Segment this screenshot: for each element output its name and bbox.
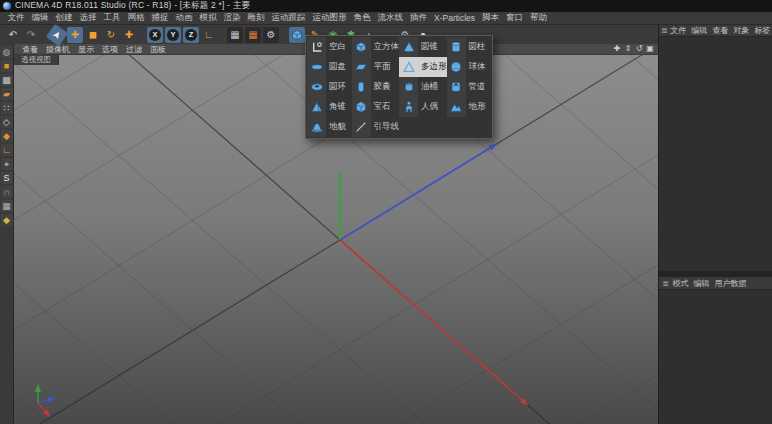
- primitive-item-oil-tank[interactable]: 油桶: [399, 77, 447, 97]
- quantize-button[interactable]: ▦: [1, 200, 13, 212]
- keyframe-selection-button[interactable]: ◆: [1, 214, 13, 226]
- make-editable-button[interactable]: ◍: [1, 46, 13, 58]
- primitive-item-cone[interactable]: 圆锥: [399, 37, 447, 57]
- texture-mode-button[interactable]: ▩: [1, 74, 13, 86]
- primitive-item-torus[interactable]: 圆环: [307, 77, 352, 97]
- primitive-item-figure[interactable]: 人偶: [399, 97, 447, 117]
- sphere-icon: [447, 57, 466, 77]
- lock-z-axis-button[interactable]: Z: [183, 27, 199, 43]
- menubar-item-animate[interactable]: 动画: [172, 12, 196, 24]
- guide-icon: [352, 117, 371, 137]
- primitive-item-pyramid[interactable]: 角锥: [307, 97, 352, 117]
- object-manager-menu-view[interactable]: 查看: [710, 25, 731, 36]
- viewport-menu-display[interactable]: 显示: [74, 44, 98, 55]
- enable-axis-button[interactable]: ∟: [1, 144, 13, 156]
- menubar-item-render[interactable]: 渲染: [220, 12, 244, 24]
- platonic-icon: [352, 97, 371, 117]
- viewport-menu-view[interactable]: 查看: [18, 44, 42, 55]
- live-selection-button[interactable]: ➤: [46, 23, 68, 45]
- render-picture-viewer-button[interactable]: ▦: [245, 27, 261, 43]
- primitive-item-null[interactable]: 空白: [307, 37, 352, 57]
- object-manager-menu-objects[interactable]: 对象: [731, 25, 752, 36]
- undo-button[interactable]: ↶: [5, 27, 21, 43]
- primitive-item-relief[interactable]: 地貌: [307, 117, 352, 137]
- rotate-tool-button[interactable]: ↻: [103, 27, 119, 43]
- viewport-menu-filter[interactable]: 过滤: [122, 44, 146, 55]
- object-manager-menu-icon[interactable]: ≣: [661, 26, 668, 35]
- menubar-item-tools[interactable]: 工具: [100, 12, 124, 24]
- primitive-item-landscape[interactable]: 地形: [447, 97, 492, 117]
- viewport-menu-options[interactable]: 选项: [98, 44, 122, 55]
- enable-snap-button[interactable]: S: [1, 172, 13, 184]
- scale-tool-button[interactable]: ◼: [85, 27, 101, 43]
- primitive-label: 宝石: [371, 101, 391, 113]
- redo-button[interactable]: ↷: [23, 27, 39, 43]
- attribute-manager-menu-user-data[interactable]: 用户数据: [712, 278, 749, 289]
- menubar-item-script[interactable]: 脚本: [479, 12, 503, 24]
- menubar-item-sculpt[interactable]: 雕刻: [244, 12, 268, 24]
- primitive-item-platonic[interactable]: 宝石: [352, 97, 400, 117]
- last-used-tool-button[interactable]: ✚: [121, 27, 137, 43]
- primitive-item-tube[interactable]: 管道: [447, 77, 492, 97]
- primitive-label: 圆环: [326, 81, 346, 93]
- render-view-button[interactable]: ▦: [227, 27, 243, 43]
- viewport-toggle-view-icon[interactable]: ▣: [645, 44, 655, 54]
- grid-line: [14, 265, 658, 424]
- render-settings-button[interactable]: ⚙: [263, 27, 279, 43]
- menubar-item-x-particles[interactable]: X-Particles: [431, 13, 479, 23]
- menubar-item-mograph[interactable]: 运动图形: [309, 12, 350, 24]
- viewport-controls: ✚⇕↺▣: [612, 44, 658, 54]
- primitive-label: 圆盘: [326, 61, 346, 73]
- object-manager-list[interactable]: [659, 37, 772, 271]
- menubar-item-motion-tracker[interactable]: 运动跟踪: [268, 12, 309, 24]
- object-manager-menu-file[interactable]: 文件: [668, 25, 689, 36]
- menubar-item-pipeline[interactable]: 流水线: [374, 12, 407, 24]
- menubar-item-window[interactable]: 窗口: [503, 12, 527, 24]
- add-primitive-object-button[interactable]: [289, 27, 305, 43]
- menubar-item-simulate[interactable]: 模拟: [196, 12, 220, 24]
- primitive-item-cube[interactable]: 立方体: [352, 37, 400, 57]
- viewport-pan-icon[interactable]: ✚: [612, 44, 622, 54]
- menubar-item-edit[interactable]: 编辑: [28, 12, 52, 24]
- polygon-mode-button[interactable]: ◆: [1, 130, 13, 142]
- attribute-manager-area[interactable]: [659, 290, 772, 424]
- model-mode-button[interactable]: ■: [1, 60, 13, 72]
- figure-icon: [399, 97, 418, 117]
- lock-x-axis-button[interactable]: X: [147, 27, 163, 43]
- edge-mode-button[interactable]: ◇: [1, 116, 13, 128]
- attribute-manager-menu-icon[interactable]: ≣: [661, 279, 670, 288]
- primitive-item-disc[interactable]: 圆盘: [307, 57, 352, 77]
- primitive-item-polygon[interactable]: 多边形: [399, 57, 447, 77]
- coordinate-system-button[interactable]: ∟: [201, 27, 217, 43]
- object-manager-menu-tags[interactable]: 标签: [752, 25, 772, 36]
- points-mode-button[interactable]: ∷: [1, 102, 13, 114]
- primitive-item-sphere[interactable]: 球体: [447, 57, 492, 77]
- pyramid-icon: [307, 97, 326, 117]
- menubar-item-plugins[interactable]: 插件: [407, 12, 431, 24]
- primitive-label: 多边形: [418, 61, 447, 73]
- move-tool-button[interactable]: ✚: [67, 27, 83, 43]
- object-manager-menu-edit[interactable]: 编辑: [689, 25, 710, 36]
- primitive-item-cylinder[interactable]: 圆柱: [447, 37, 492, 57]
- viewport-menu-panel[interactable]: 面板: [146, 44, 170, 55]
- viewport-tab-perspective[interactable]: 透视视图: [14, 55, 59, 65]
- attribute-manager-menu-mode[interactable]: 模式: [670, 278, 691, 289]
- menubar-item-file[interactable]: 文件: [4, 12, 28, 24]
- primitive-item-plane[interactable]: 平面: [352, 57, 400, 77]
- lock-y-axis-button[interactable]: Y: [165, 27, 181, 43]
- viewport-zoom-icon[interactable]: ⇕: [623, 44, 633, 54]
- viewport-rotate-icon[interactable]: ↺: [634, 44, 644, 54]
- magnet-snap-button[interactable]: ∩: [1, 186, 13, 198]
- menubar-item-create[interactable]: 创建: [52, 12, 76, 24]
- menubar-item-snap[interactable]: 捕捉: [148, 12, 172, 24]
- menubar-item-character[interactable]: 角色: [350, 12, 374, 24]
- oil-tank-icon: [399, 77, 418, 97]
- primitive-item-capsule[interactable]: 胶囊: [352, 77, 400, 97]
- menubar-item-mesh[interactable]: 网格: [124, 12, 148, 24]
- primitive-item-guide[interactable]: 引导线: [352, 117, 400, 137]
- menubar-item-select[interactable]: 选择: [76, 12, 100, 24]
- workplane-mode-button[interactable]: ▰: [1, 88, 13, 100]
- viewport-solo-button[interactable]: ⌖: [1, 158, 13, 170]
- menubar-item-help[interactable]: 帮助: [527, 12, 551, 24]
- attribute-manager-menu-edit[interactable]: 编辑: [691, 278, 712, 289]
